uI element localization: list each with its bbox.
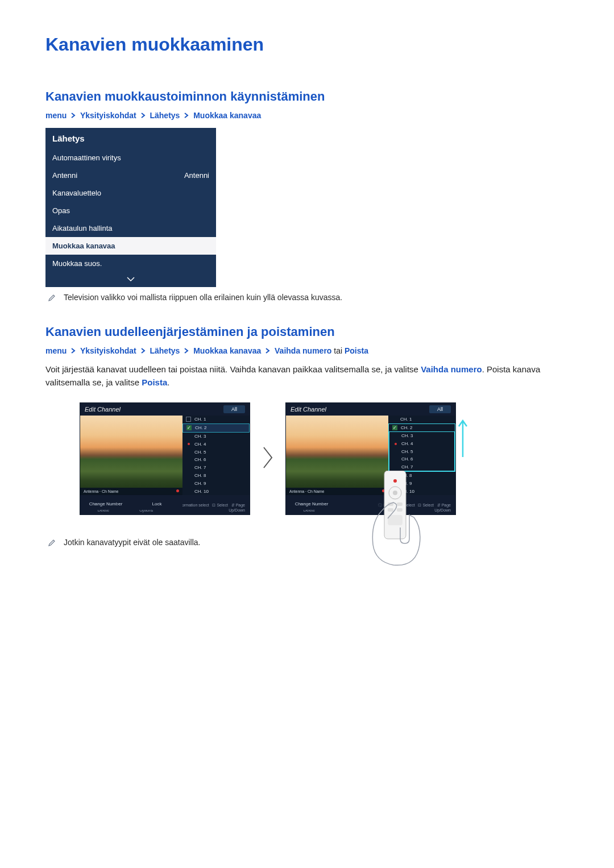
crumb-plain: tai — [334, 346, 342, 355]
tv-preview: Antenna · Ch Name Change Number Lock — [80, 416, 182, 495]
menu-header: Lähetys — [45, 128, 216, 149]
crumb-item[interactable]: Poista — [345, 346, 368, 355]
tv-filter-pill: All — [223, 405, 245, 413]
chevron-down-icon[interactable] — [45, 272, 216, 287]
channel-item: CH. 5 — [194, 450, 206, 455]
crumb-item[interactable]: Vaihda numero — [275, 346, 331, 355]
channel-item: CH. 1 — [194, 417, 206, 422]
channel-item: CH. 3 — [401, 433, 413, 438]
text: . — [167, 377, 169, 387]
pencil-icon — [48, 294, 56, 302]
tv-title: Edit Channel — [291, 406, 326, 413]
note-text: Television valikko voi mallista riippuen… — [64, 293, 342, 302]
menu-item[interactable]: Muokkaa suos. — [45, 255, 216, 272]
arrow-up-icon — [457, 418, 468, 460]
crumb-item[interactable]: Lähetys — [150, 111, 180, 120]
channel-item: CH. 7 — [401, 464, 413, 470]
breadcrumb-1: menu Yksityiskohdat Lähetys Muokkaa kana… — [45, 111, 569, 120]
pencil-icon — [48, 539, 56, 547]
menu-item-label: Opas — [52, 206, 70, 215]
menu-item-label: Muokkaa kanavaa — [52, 242, 115, 250]
channel-item: CH. 4 — [401, 441, 413, 446]
channel-item: CH. 7 — [194, 465, 206, 470]
chevron-right-icon — [184, 346, 189, 355]
svg-rect-7 — [397, 508, 403, 512]
channel-item: CH. 8 — [194, 473, 206, 478]
channel-item: CH. 2 — [401, 425, 412, 430]
chevron-right-icon — [141, 346, 146, 355]
info-label: Antenna — [289, 489, 304, 493]
remote-hand-illustration — [365, 471, 428, 570]
note: Television valikko voi mallista riippuen… — [48, 293, 569, 302]
record-dot-icon — [176, 489, 179, 492]
menu-item-selected[interactable]: Muokkaa kanavaa — [45, 237, 216, 255]
note-text: Jotkin kanavatyypit eivät ole saatavilla… — [64, 538, 200, 547]
figure-row: Edit Channel All Antenna · Ch Name Chang… — [80, 402, 569, 515]
info-sub: Ch Name — [102, 489, 119, 493]
channel-item: CH. 9 — [194, 481, 206, 486]
chevron-right-icon — [265, 346, 270, 355]
svg-rect-6 — [388, 508, 393, 512]
chevron-right-icon — [141, 111, 146, 120]
menu-item[interactable]: Antenni Antenni — [45, 167, 216, 184]
tv-title: Edit Channel — [85, 406, 121, 413]
channel-item: CH. 6 — [401, 456, 413, 462]
crumb-item[interactable]: Yksityiskohdat — [80, 111, 136, 120]
breadcrumb-2: menu Yksityiskohdat Lähetys Muokkaa kana… — [45, 346, 569, 355]
tv-screenshot-left: Edit Channel All Antenna · Ch Name Chang… — [80, 402, 250, 515]
tv-action-button: Lock — [131, 498, 182, 510]
chevron-right-icon — [71, 346, 76, 355]
svg-rect-5 — [397, 502, 403, 506]
crumb-item[interactable]: Muokkaa kanavaa — [193, 111, 261, 120]
page-title: Kanavien muokkaaminen — [45, 34, 569, 55]
channel-item: CH. 4 — [194, 442, 206, 447]
tv-filter-pill: All — [429, 405, 451, 413]
channel-item: CH. 10 — [194, 489, 209, 494]
highlight: Vaihda numero — [421, 364, 482, 374]
svg-point-3 — [393, 491, 397, 495]
menu-item-label: Kanavaluettelo — [52, 189, 101, 197]
menu-item[interactable]: Automaattinen viritys — [45, 149, 216, 167]
menu-item[interactable]: Opas — [45, 202, 216, 219]
broadcast-menu: Lähetys Automaattinen viritys Antenni An… — [45, 128, 216, 287]
section1-heading: Kanavien muokkaustoiminnon käynnistämine… — [45, 89, 569, 104]
menu-item-value: Antenni — [184, 171, 209, 180]
channel-item: CH. 3 — [194, 434, 206, 439]
svg-rect-8 — [388, 515, 403, 525]
channel-item: CH. 2 — [195, 425, 206, 430]
section2-heading: Kanavien uudelleenjärjestäminen ja poist… — [45, 325, 569, 339]
menu-item-label: Antenni — [52, 171, 77, 180]
chevron-right-icon — [71, 111, 76, 120]
text: Voit järjestää kanavat uudelleen tai poi… — [45, 364, 421, 374]
crumb-item[interactable]: Muokkaa kanavaa — [193, 346, 261, 355]
tv-action-button: Change Number — [80, 498, 131, 510]
svg-point-1 — [393, 479, 397, 483]
menu-item-label: Muokkaa suos. — [52, 259, 102, 268]
menu-item[interactable]: Aikataulun hallinta — [45, 219, 216, 237]
tv-action-button: Change Number — [286, 498, 337, 510]
channel-item: CH. 5 — [401, 449, 413, 454]
info-label: Antenna — [84, 489, 98, 493]
menu-item-label: Automaattinen viritys — [52, 153, 121, 162]
menu-item[interactable]: Kanavaluettelo — [45, 184, 216, 202]
body-paragraph: Voit järjestää kanavat uudelleen tai poi… — [45, 363, 569, 389]
highlight: Poista — [142, 377, 167, 387]
crumb-item[interactable]: menu — [45, 111, 67, 120]
channel-item: CH. 1 — [400, 417, 412, 422]
chevron-right-icon — [184, 111, 189, 120]
channel-item: CH. 6 — [194, 457, 206, 462]
channel-list: CH. 1 ✓CH. 2 CH. 3 CH. 4 CH. 5 CH. 6 CH.… — [182, 416, 250, 495]
info-sub: Ch Name — [308, 489, 325, 493]
crumb-item[interactable]: menu — [45, 346, 67, 355]
crumb-item[interactable]: Lähetys — [150, 346, 180, 355]
crumb-item[interactable]: Yksityiskohdat — [80, 346, 136, 355]
menu-item-label: Aikataulun hallinta — [52, 224, 113, 232]
note: Jotkin kanavatyypit eivät ole saatavilla… — [48, 538, 569, 547]
chevron-right-icon — [262, 445, 274, 472]
